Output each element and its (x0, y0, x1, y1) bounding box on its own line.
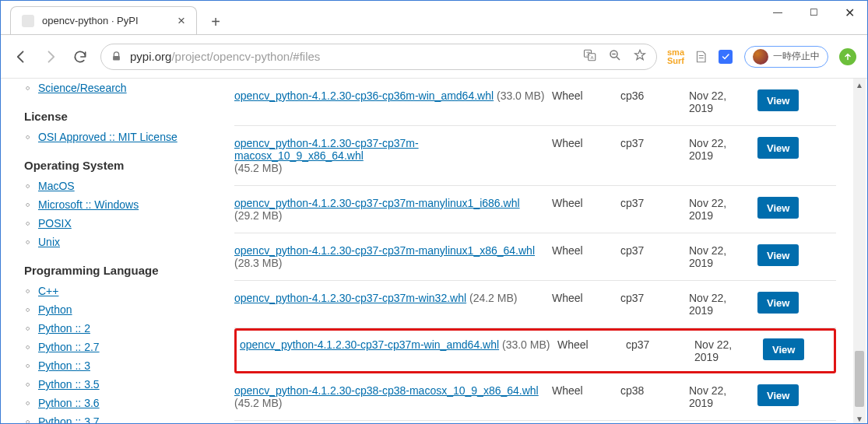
file-pyver: cp36 (620, 89, 683, 102)
file-size: (33.0 MB) (494, 89, 544, 102)
ext-surf-icon[interactable]: smaSurf (668, 49, 684, 65)
page-scrollbar[interactable]: ▲ ▼ (853, 79, 866, 424)
sidebar: Science/Research License OSI Approved ::… (1, 79, 234, 424)
new-tab-button[interactable]: + (203, 9, 228, 34)
sidebar-link[interactable]: OSI Approved :: MIT License (38, 128, 177, 146)
file-name-cell: opencv_python-4.1.2.30-cp37-cp37m-win32.… (234, 292, 546, 304)
sidebar-item: Python :: 3.6 (38, 394, 223, 412)
ext-note-icon[interactable] (693, 49, 708, 65)
window-controls: — ☐ ✕ (760, 1, 867, 24)
view-button[interactable]: View (757, 244, 799, 266)
sidebar-item: Unix (38, 233, 223, 251)
file-row: opencv_python-4.1.2.30-cp38-cp38-macosx_… (234, 373, 836, 421)
scroll-up-icon[interactable]: ▲ (853, 79, 866, 91)
maximize-button[interactable]: ☐ (796, 1, 831, 24)
profile-paused-chip[interactable]: 一時停止中 (744, 46, 828, 68)
sidebar-link[interactable]: Python (38, 300, 72, 319)
file-link[interactable]: opencv_python-4.1.2.30-cp37-cp37m-manyli… (234, 197, 520, 209)
file-row: opencv_python-4.1.2.30-cp37-cp37m-manyli… (234, 233, 836, 281)
sidebar-link[interactable]: C++ (38, 282, 58, 300)
file-type: Wheel (557, 338, 620, 351)
file-name-cell: opencv_python-4.1.2.30-cp37-cp37m-win_am… (240, 338, 551, 351)
sidebar-item: Python (38, 300, 223, 319)
file-pyver: cp37 (620, 244, 683, 257)
view-button[interactable]: View (763, 338, 804, 360)
back-button[interactable] (12, 47, 30, 66)
file-link[interactable]: opencv_python-4.1.2.30-cp37-cp37m-win_am… (240, 338, 499, 351)
file-pyver: cp37 (626, 338, 688, 351)
view-button[interactable]: View (757, 89, 799, 111)
file-pyver: cp37 (620, 137, 683, 149)
file-name-cell: opencv_python-4.1.2.30-cp37-cp37m-manyli… (234, 244, 546, 269)
paused-label: 一時停止中 (773, 50, 820, 63)
file-name-cell: opencv_python-4.1.2.30-cp38-cp38-macosx_… (234, 384, 546, 409)
sidebar-item: Python :: 3.7 (38, 412, 223, 424)
address-bar[interactable]: pypi.org/project/opencv-python/#files 文A (100, 44, 657, 70)
file-pyver: cp37 (620, 292, 683, 304)
file-name-cell: opencv_python-4.1.2.30-cp37-cp37m-macosx… (234, 137, 546, 174)
update-indicator-icon[interactable] (839, 48, 856, 65)
view-button[interactable]: View (757, 137, 799, 159)
file-type: Wheel (552, 197, 614, 209)
sidebar-link[interactable]: POSIX (38, 214, 72, 233)
sidebar-link[interactable]: Microsoft :: Windows (38, 195, 139, 214)
zoom-icon[interactable] (608, 48, 622, 65)
sidebar-item: MacOS (38, 177, 223, 195)
file-name-cell: opencv_python-4.1.2.30-cp37-cp37m-manyli… (234, 197, 546, 222)
file-date: Nov 22, 2019 (689, 244, 751, 269)
view-button[interactable]: View (757, 292, 799, 314)
page-content: Science/Research License OSI Approved ::… (1, 79, 867, 424)
window-close-button[interactable]: ✕ (831, 1, 867, 24)
license-header: License (24, 110, 223, 123)
svg-line-6 (617, 57, 620, 60)
forward-button[interactable] (41, 47, 60, 66)
file-type: Wheel (552, 89, 614, 102)
file-date: Nov 22, 2019 (689, 384, 751, 409)
file-size: (28.3 MB) (234, 257, 282, 269)
sidebar-item: Science/Research (38, 79, 223, 97)
svg-rect-0 (113, 56, 120, 61)
ext-check-icon[interactable] (718, 49, 733, 65)
sidebar-link[interactable]: Python :: 2.7 (38, 338, 100, 356)
file-type: Wheel (552, 244, 614, 257)
minimize-button[interactable]: — (760, 1, 796, 24)
bookmark-star-icon[interactable] (633, 48, 647, 65)
scroll-down-icon[interactable]: ▼ (853, 412, 866, 424)
sidebar-link[interactable]: Python :: 3.7 (38, 412, 100, 424)
favicon-icon (22, 15, 34, 27)
file-link[interactable]: opencv_python-4.1.2.30-cp36-cp36m-win_am… (234, 89, 494, 102)
sidebar-link[interactable]: Python :: 3.6 (38, 394, 100, 412)
sidebar-link[interactable]: Python :: 3 (38, 356, 90, 375)
sidebar-link[interactable]: MacOS (38, 177, 75, 195)
sidebar-link[interactable]: Python :: 3.5 (38, 375, 100, 394)
svg-text:A: A (590, 55, 593, 60)
files-list: opencv_python-4.1.2.30-cp36-cp36m-win_am… (234, 79, 867, 424)
file-link[interactable]: opencv_python-4.1.2.30-cp38-cp38-macosx_… (234, 384, 539, 397)
view-button[interactable]: View (757, 384, 799, 406)
file-pyver: cp38 (620, 384, 683, 397)
file-size: (33.0 MB) (499, 338, 550, 351)
file-link[interactable]: opencv_python-4.1.2.30-cp37-cp37m-win32.… (234, 292, 466, 304)
translate-icon[interactable]: 文A (583, 48, 597, 65)
browser-tab[interactable]: opencv-python · PyPI × (10, 6, 197, 34)
file-link[interactable]: opencv_python-4.1.2.30-cp37-cp37m-manyli… (234, 244, 535, 257)
file-size: (29.2 MB) (234, 209, 282, 222)
file-size: (45.2 MB) (234, 162, 282, 174)
file-link[interactable]: opencv_python-4.1.2.30-cp37-cp37m-macosx… (234, 137, 419, 162)
window-titlebar: opencv-python · PyPI × + — ☐ ✕ (1, 1, 867, 35)
close-tab-icon[interactable]: × (177, 14, 185, 27)
sidebar-item: OSI Approved :: MIT License (38, 128, 223, 146)
file-row: opencv_python-4.1.2.30-cp37-cp37m-win_am… (234, 328, 836, 373)
scroll-thumb[interactable] (855, 351, 864, 407)
sidebar-link[interactable]: Python :: 2 (38, 319, 90, 338)
view-button[interactable]: View (757, 197, 799, 219)
reload-button[interactable] (71, 47, 90, 66)
file-date: Nov 22, 2019 (689, 89, 751, 114)
lock-icon (111, 51, 122, 62)
sidebar-link[interactable]: Science/Research (38, 79, 127, 97)
sidebar-link[interactable]: Unix (38, 233, 60, 251)
file-row: opencv_python-4.1.2.30-cp36-cp36m-win_am… (234, 79, 836, 126)
sidebar-item: Python :: 2.7 (38, 338, 223, 356)
file-type: Wheel (552, 384, 614, 397)
toolbar: pypi.org/project/opencv-python/#files 文A… (1, 35, 867, 79)
